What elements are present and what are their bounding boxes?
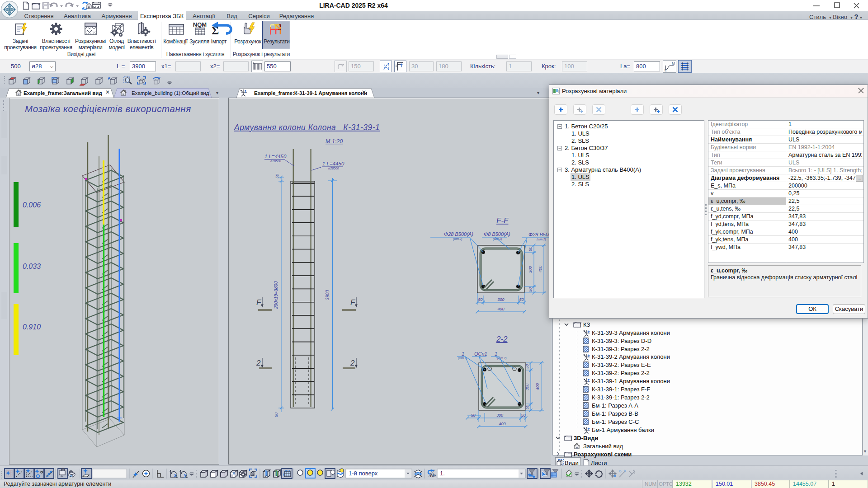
svg-text:x: x [174, 473, 177, 478]
svg-text:№: № [430, 472, 436, 479]
svg-text:1.: 1. [440, 470, 445, 477]
svg-text:1-й поверх: 1-й поверх [349, 470, 378, 477]
svg-text:y: y [184, 473, 187, 478]
